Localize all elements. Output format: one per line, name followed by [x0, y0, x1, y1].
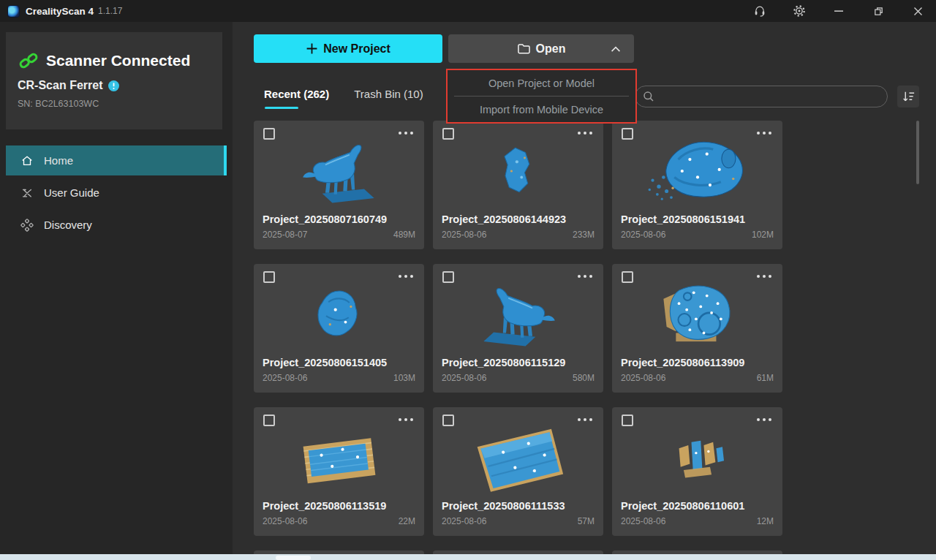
info-icon[interactable]	[108, 80, 119, 91]
sidebar-menu: Home User Guide Discovery	[0, 145, 233, 242]
menu-item-import-from-mobile[interactable]: Import from Mobile Device	[448, 97, 635, 122]
project-size: 57M	[578, 516, 595, 526]
chevron-up-icon	[609, 44, 622, 54]
tab-recent[interactable]: Recent (262)	[264, 88, 329, 109]
project-size: 12M	[757, 516, 774, 526]
project-name: Project_20250806111533	[442, 500, 565, 512]
project-name: Project_20250806113909	[621, 357, 744, 368]
project-date: 2025-08-06	[442, 230, 486, 240]
project-date: 2025-08-06	[442, 373, 486, 383]
gear-icon[interactable]	[793, 4, 806, 18]
project-size: 233M	[573, 230, 595, 240]
project-thumbnail	[456, 276, 581, 353]
sidebar-item-home[interactable]: Home	[6, 145, 227, 175]
project-card[interactable]: Project_20250806110601 2025-08-0612M	[612, 407, 782, 536]
scrollbar-thumb[interactable]	[916, 121, 919, 184]
project-thumbnail	[277, 276, 401, 353]
project-card[interactable]: Project_20250807160749 2025-08-07489M	[254, 121, 424, 249]
project-name: Project_20250806115129	[442, 357, 565, 368]
project-thumbnail	[635, 276, 760, 353]
project-size: 61M	[757, 373, 774, 383]
minimize-icon[interactable]	[832, 4, 845, 18]
scanner-status-text: Scanner Connected	[46, 52, 190, 69]
window-controls	[753, 4, 936, 18]
project-date: 2025-08-06	[621, 516, 665, 526]
sort-icon	[902, 90, 916, 104]
tab-trash-bin[interactable]: Trash Bin (10)	[354, 88, 423, 109]
titlebar: CrealityScan 4 1.1.17	[0, 0, 936, 22]
main-content: New Project Open Open Project or Model I…	[233, 22, 936, 554]
checkbox[interactable]	[263, 128, 275, 140]
app-logo-icon	[7, 5, 20, 18]
open-dropdown-menu: Open Project or Model Import from Mobile…	[446, 69, 637, 124]
project-name: Project_20250806151405	[263, 357, 387, 368]
sidebar-item-user-guide[interactable]: User Guide	[6, 178, 227, 208]
project-size: 103M	[393, 373, 415, 383]
project-card[interactable]: Project_20250806151941 2025-08-06102M	[612, 121, 782, 249]
menu-item-open-project-or-model[interactable]: Open Project or Model	[448, 70, 635, 96]
project-card[interactable]: Project_20250806113519 2025-08-0622M	[254, 407, 424, 536]
project-date: 2025-08-06	[621, 230, 665, 240]
project-name: Project_20250806110601	[621, 500, 744, 512]
restore-icon[interactable]	[872, 4, 885, 18]
close-icon[interactable]	[911, 4, 924, 18]
project-grid: Project_20250807160749 2025-08-07489M Pr…	[254, 121, 782, 554]
sidebar-item-discovery[interactable]: Discovery	[6, 210, 227, 240]
project-size: 102M	[752, 230, 774, 240]
device-name: CR-Scan Ferret	[18, 79, 102, 92]
user-guide-icon	[20, 186, 34, 200]
plus-icon	[306, 42, 318, 55]
crealityscan-window: CrealityScan 4 1.1.17	[0, 0, 936, 560]
checkbox[interactable]	[442, 271, 454, 283]
scanner-status-panel: Scanner Connected CR-Scan Ferret SN: BC2…	[6, 32, 222, 129]
sidebar-item-label: Home	[44, 154, 73, 167]
project-thumbnail	[456, 132, 581, 210]
checkbox[interactable]	[622, 128, 633, 140]
project-name: Project_20250806113519	[263, 500, 386, 512]
checkbox[interactable]	[442, 128, 454, 140]
checkbox[interactable]	[622, 415, 633, 426]
checkbox[interactable]	[622, 271, 633, 283]
sort-button[interactable]	[897, 86, 919, 107]
project-name: Project_20250806151941	[621, 213, 745, 225]
project-date: 2025-08-06	[442, 516, 486, 526]
project-card[interactable]: Project_20250806115129 2025-08-06580M	[433, 264, 603, 393]
project-thumbnail	[277, 419, 401, 496]
discovery-icon	[20, 219, 34, 232]
checkbox[interactable]	[263, 415, 275, 426]
project-name: Project_20250807160749	[263, 213, 387, 225]
folder-icon	[517, 42, 531, 55]
background-window-tab	[276, 556, 311, 560]
sidebar-item-label: User Guide	[44, 186, 99, 199]
open-label: Open	[536, 42, 566, 56]
project-card[interactable]: Project_20250806144923 2025-08-06233M	[433, 121, 603, 249]
project-name: Project_20250806144923	[442, 213, 566, 225]
background-window-edge	[0, 554, 936, 560]
search-box[interactable]	[635, 86, 888, 107]
checkbox[interactable]	[442, 415, 454, 426]
checkbox[interactable]	[263, 271, 275, 283]
open-button[interactable]: Open	[448, 34, 634, 63]
search-input[interactable]	[659, 91, 880, 102]
project-thumbnail	[635, 132, 760, 210]
home-icon	[20, 154, 34, 167]
sidebar: Scanner Connected CR-Scan Ferret SN: BC2…	[0, 22, 233, 554]
new-project-label: New Project	[323, 42, 390, 56]
device-serial: SN: BC2L63103WC	[18, 99, 222, 109]
sidebar-item-label: Discovery	[44, 219, 92, 231]
project-size: 580M	[573, 373, 595, 383]
headset-icon[interactable]	[753, 4, 766, 18]
project-thumbnail	[277, 132, 401, 210]
project-card[interactable]: Project_20250806111533 2025-08-0657M	[433, 407, 603, 536]
project-size: 489M	[393, 230, 415, 240]
project-card[interactable]: Project_20250806151405 2025-08-06103M	[254, 264, 424, 393]
project-date: 2025-08-06	[263, 373, 307, 383]
link-icon	[19, 51, 38, 70]
tab-bar: Recent (262) Trash Bin (10)	[264, 88, 423, 109]
project-size: 22M	[399, 516, 415, 526]
new-project-button[interactable]: New Project	[254, 34, 442, 63]
project-thumbnail	[456, 419, 581, 496]
project-date: 2025-08-06	[621, 373, 665, 383]
project-date: 2025-08-07	[263, 230, 307, 240]
project-card[interactable]: Project_20250806113909 2025-08-0661M	[612, 264, 782, 393]
